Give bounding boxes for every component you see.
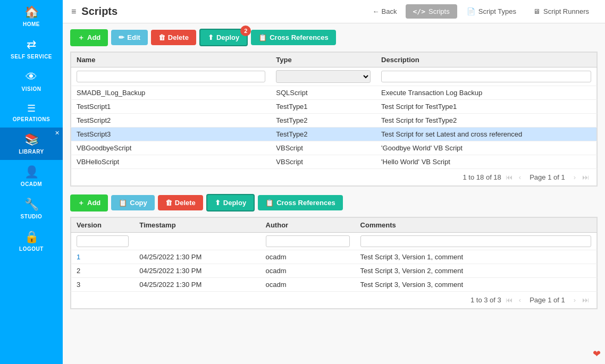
sidebar-item-home-label: HOME — [23, 21, 40, 27]
table-row[interactable]: TestScript2 TestType2 Test Script for Te… — [71, 114, 597, 128]
scripts-table-header: Name Type Description — [71, 53, 597, 67]
versions-delete-button[interactable]: 🗑 Delete — [158, 195, 203, 210]
script-runners-icon: 🖥 — [533, 7, 540, 15]
versions-deploy-button[interactable]: ⬆ Deploy — [206, 194, 255, 211]
heart-icon: ❤ — [593, 348, 601, 360]
versions-pagination-info: 1 to 3 of 3 — [470, 296, 501, 304]
col-author: Author — [261, 218, 355, 233]
sidebar-item-library-label: LIBRARY — [19, 149, 44, 155]
tab-scripts[interactable]: </> Scripts — [406, 4, 457, 19]
table-row[interactable]: VBGoodbyeScript VBScript 'Goodbye World'… — [71, 141, 597, 155]
page-title-area: ≡ Scripts — [71, 5, 366, 18]
sidebar-item-vision-label: VISION — [22, 86, 41, 92]
operations-icon: ☰ — [27, 103, 36, 114]
close-library-icon[interactable]: ✕ — [55, 130, 60, 137]
sidebar-item-studio[interactable]: 🔧 STUDIO — [0, 192, 63, 225]
table-row[interactable]: TestScript1 TestType1 Test Script for Te… — [71, 100, 597, 114]
delete-icon: 🗑 — [158, 33, 165, 41]
scripts-table-container: Name Type Description — [70, 52, 598, 187]
versions-prev-page-button[interactable]: ‹ — [517, 295, 523, 305]
table-row[interactable]: SMADB_ILog_Backup SQLScript Execute Tran… — [71, 86, 597, 100]
scripts-next-page-button[interactable]: › — [572, 172, 578, 182]
table-row[interactable]: VBHelloScript VBScript 'Hello World' VB … — [71, 155, 597, 169]
versions-table-header: Version Timestamp Author Comments — [71, 218, 597, 233]
table-row[interactable]: 2 04/25/2022 1:30 PM ocadm Test Script 3… — [71, 264, 597, 278]
main-area: ≡ Scripts ← Back </> Scripts 📄 Script Ty… — [63, 0, 605, 364]
col-timestamp: Timestamp — [134, 218, 260, 233]
home-icon: 🏠 — [24, 5, 39, 19]
deploy-icon: ⬆ — [208, 33, 214, 41]
sidebar-item-self-service[interactable]: ⇄ SELF SERVICE — [0, 32, 63, 65]
version-filter-input[interactable] — [77, 235, 129, 247]
nav-tabs: ← Back </> Scripts 📄 Script Types 🖥 Scri… — [366, 4, 596, 19]
tab-script-runners[interactable]: 🖥 Script Runners — [526, 4, 596, 19]
versions-page-info: Page 1 of 1 — [530, 296, 565, 304]
back-label: Back — [382, 7, 397, 15]
versions-copy-button[interactable]: 📋 Copy — [111, 195, 155, 210]
scripts-first-page-button[interactable]: ⏮ — [503, 172, 515, 182]
code-icon: </> — [413, 7, 425, 15]
sidebar-item-ocadm-label: OCADM — [21, 181, 42, 187]
sidebar-item-operations-label: OPERATIONS — [13, 116, 50, 122]
versions-add-button[interactable]: ＋ Add — [70, 194, 108, 211]
comments-filter-input[interactable] — [360, 235, 591, 247]
scripts-table: Name Type Description — [71, 52, 597, 169]
type-filter-select[interactable] — [276, 70, 371, 83]
tab-scripts-label: Scripts — [428, 7, 450, 15]
tab-script-types-label: Script Types — [478, 7, 516, 15]
top-nav: ≡ Scripts ← Back </> Scripts 📄 Script Ty… — [63, 0, 605, 23]
add-icon: ＋ — [78, 33, 85, 43]
table-row[interactable]: 1 04/25/2022 1:30 PM ocadm Test Script 3… — [71, 250, 597, 264]
scripts-edit-button[interactable]: ✏ Edit — [111, 30, 148, 45]
library-icon: 📚 — [24, 133, 39, 147]
sidebar-item-library[interactable]: ✕ 📚 LIBRARY — [0, 128, 63, 160]
copy-icon: 📋 — [119, 199, 127, 207]
scripts-add-button[interactable]: ＋ Add — [70, 29, 108, 46]
sidebar: 🏠 HOME ⇄ SELF SERVICE 👁 VISION ☰ OPERATI… — [0, 0, 63, 364]
version-link[interactable]: 1 — [77, 253, 80, 261]
table-row-selected[interactable]: TestScript3 TestType2 Test Script for se… — [71, 128, 597, 141]
scripts-deploy-wrapper: ⬆ Deploy 2 — [199, 29, 248, 46]
sidebar-item-operations[interactable]: ☰ OPERATIONS — [0, 97, 63, 128]
scripts-delete-button[interactable]: 🗑 Delete — [151, 30, 196, 45]
sidebar-item-self-service-label: SELF SERVICE — [11, 54, 52, 60]
ocadm-icon: 👤 — [24, 165, 39, 179]
tab-script-types[interactable]: 📄 Script Types — [459, 4, 524, 19]
self-service-icon: ⇄ — [27, 38, 36, 52]
table-row[interactable]: 3 04/25/2022 1:30 PM ocadm Test Script 3… — [71, 278, 597, 292]
col-version: Version — [71, 218, 135, 233]
scripts-cross-references-button[interactable]: 📋 Cross References — [251, 30, 336, 45]
versions-first-page-button[interactable]: ⏮ — [503, 295, 515, 305]
versions-filter-row — [71, 233, 597, 250]
sidebar-item-home[interactable]: 🏠 HOME — [0, 0, 63, 32]
name-filter-input[interactable] — [77, 71, 265, 82]
versions-cross-references-button[interactable]: 📋 Cross References — [258, 195, 343, 210]
hamburger-icon[interactable]: ≡ — [71, 7, 76, 16]
vision-icon: 👁 — [26, 70, 37, 84]
scripts-prev-page-button[interactable]: ‹ — [517, 172, 523, 182]
author-filter-input[interactable] — [266, 235, 350, 247]
col-description: Description — [376, 53, 596, 67]
page-title: Scripts — [81, 5, 117, 18]
sidebar-item-ocadm[interactable]: 👤 OCADM — [0, 160, 63, 192]
edit-icon: ✏ — [119, 33, 124, 41]
scripts-filter-row — [71, 67, 597, 86]
back-button[interactable]: ← Back — [366, 4, 404, 19]
versions-pagination: 1 to 3 of 3 ⏮ ‹ Page 1 of 1 › ⏭ — [71, 292, 597, 309]
desc-filter-input[interactable] — [381, 71, 591, 82]
sidebar-item-vision[interactable]: 👁 VISION — [0, 65, 63, 97]
scripts-pagination: 1 to 18 of 18 ⏮ ‹ Page 1 of 1 › ⏭ — [71, 169, 597, 186]
tab-script-runners-label: Script Runners — [543, 7, 589, 15]
versions-toolbar: ＋ Add 📋 Copy 🗑 Delete ⬆ Deploy 📋 Cross R… — [70, 194, 598, 211]
back-arrow-icon: ← — [373, 7, 380, 15]
sidebar-item-logout[interactable]: 🔒 LOGOUT — [0, 225, 63, 257]
col-name: Name — [71, 53, 271, 67]
versions-cross-references-icon: 📋 — [265, 199, 274, 207]
versions-next-page-button[interactable]: › — [572, 295, 578, 305]
versions-table: Version Timestamp Author Comments 1 — [71, 217, 597, 292]
sidebar-item-logout-label: LOGOUT — [19, 246, 44, 252]
deploy-badge: 2 — [240, 26, 251, 36]
versions-add-icon: ＋ — [78, 198, 85, 208]
scripts-last-page-button[interactable]: ⏭ — [580, 172, 591, 182]
versions-last-page-button[interactable]: ⏭ — [580, 295, 591, 305]
